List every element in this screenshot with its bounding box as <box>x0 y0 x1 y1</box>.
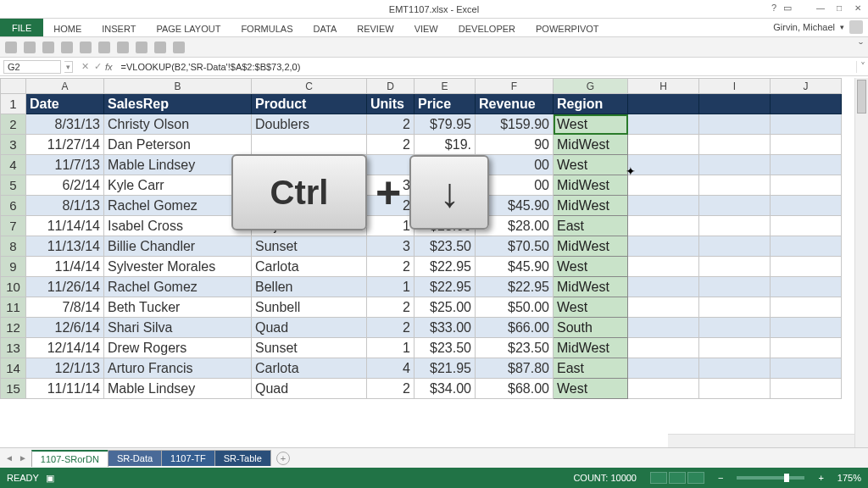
cell[interactable]: Shari Silva <box>104 318 252 338</box>
cell[interactable]: Doublers <box>252 114 367 135</box>
cell[interactable] <box>771 379 842 399</box>
cell[interactable]: West <box>554 155 628 175</box>
cell[interactable]: $68.00 <box>476 379 554 399</box>
cell[interactable] <box>699 358 771 379</box>
cell[interactable] <box>771 358 842 379</box>
cell[interactable] <box>699 135 771 155</box>
cell[interactable] <box>628 338 699 358</box>
tab-page-layout[interactable]: PAGE LAYOUT <box>146 21 231 36</box>
cell[interactable]: 25. <box>415 155 476 175</box>
qat-icon[interactable] <box>117 42 129 53</box>
row-header[interactable]: 10 <box>1 277 26 297</box>
tab-data[interactable]: DATA <box>303 21 348 36</box>
cell[interactable] <box>699 94 771 114</box>
cell[interactable]: Isabel Cross <box>104 216 252 236</box>
cell[interactable]: 2 <box>367 379 415 399</box>
cell[interactable] <box>628 358 699 379</box>
cell[interactable] <box>699 338 771 358</box>
cell[interactable] <box>628 318 699 338</box>
col-header-d[interactable]: D <box>367 79 415 94</box>
minimize-button[interactable]: — <box>814 2 827 14</box>
view-page-layout-button[interactable] <box>669 472 686 484</box>
avatar[interactable] <box>849 20 863 34</box>
cell[interactable] <box>699 379 771 399</box>
cell[interactable]: $22.95 <box>415 277 476 297</box>
cell[interactable]: 11/27/14 <box>26 135 104 155</box>
qat-icon[interactable] <box>98 42 110 53</box>
cell[interactable] <box>252 135 367 155</box>
qat-icon[interactable] <box>80 42 92 53</box>
cell[interactable] <box>771 94 842 114</box>
row-header[interactable]: 3 <box>1 135 26 155</box>
cell[interactable] <box>771 236 842 257</box>
sheet-nav-prev-icon[interactable]: ◄ <box>3 452 15 464</box>
formula-bar[interactable]: =VLOOKUP(B2,'SR-Data'!$A$2:$B$73,2,0) <box>116 61 856 73</box>
cell[interactable]: 6/2/14 <box>26 175 104 196</box>
row-header[interactable]: 13 <box>1 338 26 358</box>
cell[interactable]: West <box>554 114 628 135</box>
cell[interactable]: Rachel Gomez <box>104 196 252 216</box>
cell[interactable]: Arturo Francis <box>104 358 252 379</box>
cell[interactable] <box>699 155 771 175</box>
cell[interactable] <box>699 236 771 257</box>
cell[interactable] <box>252 155 367 175</box>
cell[interactable] <box>628 297 699 318</box>
tab-developer[interactable]: DEVELOPER <box>448 21 526 36</box>
new-sheet-button[interactable]: + <box>276 452 290 465</box>
cell[interactable]: East <box>554 358 628 379</box>
cell[interactable]: Quad <box>252 318 367 338</box>
close-button[interactable]: ✕ <box>851 2 865 14</box>
row-header[interactable]: 12 <box>1 318 26 338</box>
cell[interactable] <box>771 175 842 196</box>
cell[interactable]: 90 <box>476 135 554 155</box>
col-header-f[interactable]: F <box>476 79 554 94</box>
cell[interactable]: Majestic Beaut <box>252 216 367 236</box>
cell[interactable]: 2 <box>367 196 415 216</box>
cell[interactable]: 11/11/14 <box>26 379 104 399</box>
cell[interactable] <box>628 155 699 175</box>
zoom-slider[interactable] <box>737 476 804 480</box>
worksheet-grid[interactable]: A B C D E F G H I J 1 Date SalesRep Prod… <box>0 78 842 399</box>
user-dropdown-icon[interactable]: ▾ <box>840 23 844 31</box>
cell[interactable]: Carlota <box>252 196 367 216</box>
qat-icon[interactable] <box>61 42 73 53</box>
cell[interactable]: 2 <box>367 114 415 135</box>
cell[interactable]: East <box>554 216 628 236</box>
restore-button[interactable]: □ <box>832 2 846 14</box>
collapse-ribbon-icon[interactable]: ˇ <box>859 41 863 54</box>
zoom-level[interactable]: 175% <box>837 473 861 483</box>
cell[interactable]: Sunbell <box>252 297 367 318</box>
cell[interactable]: $28.00 <box>415 216 476 236</box>
cell[interactable]: $45.90 <box>476 196 554 216</box>
col-header-c[interactable]: C <box>252 79 367 94</box>
cell[interactable]: Drew Rogers <box>104 338 252 358</box>
cell[interactable] <box>699 257 771 277</box>
row-header[interactable]: 1 <box>1 94 26 114</box>
cell[interactable]: Dan Peterson <box>104 135 252 155</box>
header-cell[interactable]: Date <box>26 94 104 114</box>
cell[interactable]: $33. <box>415 175 476 196</box>
cancel-formula-icon[interactable]: ✕ <box>81 61 89 72</box>
cell[interactable] <box>628 379 699 399</box>
cell[interactable]: 11/26/14 <box>26 277 104 297</box>
cell[interactable] <box>699 216 771 236</box>
cell[interactable] <box>771 196 842 216</box>
row-header[interactable]: 14 <box>1 358 26 379</box>
cell[interactable]: MidWest <box>554 135 628 155</box>
cell[interactable]: Beth Tucker <box>104 297 252 318</box>
cell[interactable]: Billie Chandler <box>104 236 252 257</box>
cell[interactable] <box>628 277 699 297</box>
cell[interactable]: 1 <box>367 216 415 236</box>
cell[interactable]: $23.50 <box>415 338 476 358</box>
col-header-b[interactable]: B <box>104 79 252 94</box>
cell[interactable]: 3 <box>367 236 415 257</box>
cell[interactable]: 11/13/14 <box>26 236 104 257</box>
view-page-break-button[interactable] <box>687 472 704 484</box>
cell[interactable] <box>771 318 842 338</box>
cell[interactable] <box>771 257 842 277</box>
header-cell[interactable]: Product <box>252 94 367 114</box>
cell[interactable]: 12/1/13 <box>26 358 104 379</box>
sheet-tab[interactable]: 1107-TF <box>161 450 215 466</box>
cell[interactable] <box>699 277 771 297</box>
cell[interactable]: 11/7/13 <box>26 155 104 175</box>
